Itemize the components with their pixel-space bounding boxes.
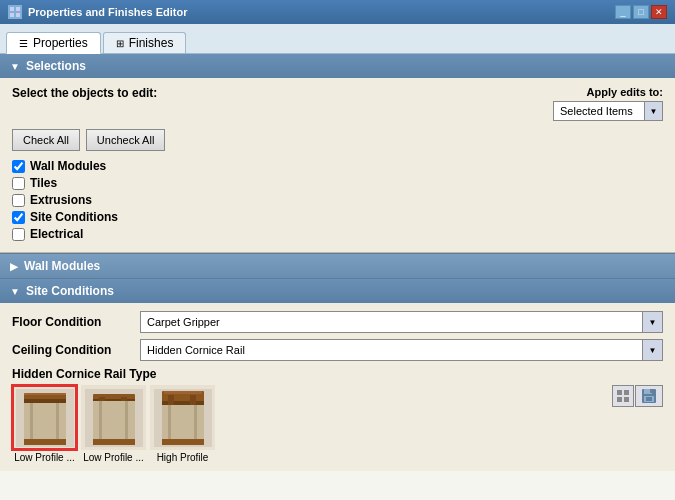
svg-rect-27 xyxy=(168,405,171,439)
svg-rect-29 xyxy=(162,439,204,445)
checkbox-electrical-label: Electrical xyxy=(30,227,83,241)
select-label-text: Select the objects to edit: xyxy=(12,86,157,100)
apply-edits-value: Selected Items xyxy=(554,105,644,117)
checkbox-electrical-input[interactable] xyxy=(12,228,25,241)
properties-tab-icon: ☰ xyxy=(19,38,28,49)
checkbox-tiles[interactable]: Tiles xyxy=(12,176,663,190)
tab-finishes-label: Finishes xyxy=(129,36,174,50)
svg-rect-6 xyxy=(24,399,66,403)
ceiling-condition-value: Hidden Cornice Rail xyxy=(141,344,642,356)
svg-rect-33 xyxy=(617,397,622,402)
tile-low-profile-1[interactable]: Low Profile ... xyxy=(12,385,77,463)
checkbox-site-conditions-input[interactable] xyxy=(12,211,25,224)
floor-condition-row: Floor Condition Carpet Gripper ▼ xyxy=(12,311,663,333)
tile-low-profile-1-label: Low Profile ... xyxy=(14,452,75,463)
checkbox-wall-modules-input[interactable] xyxy=(12,160,25,173)
apply-edits-label: Apply edits to: xyxy=(587,86,663,98)
checkbox-extrusions-label: Extrusions xyxy=(30,193,92,207)
tab-bar: ☰ Properties ⊞ Finishes xyxy=(0,24,675,54)
selections-body: Select the objects to edit: Apply edits … xyxy=(0,78,675,253)
site-conditions-body: Floor Condition Carpet Gripper ▼ Ceiling… xyxy=(0,303,675,471)
tile-low-profile-2[interactable]: Low Profile ... xyxy=(81,385,146,463)
svg-rect-8 xyxy=(30,403,33,439)
apply-edits-arrow-icon[interactable]: ▼ xyxy=(644,102,662,120)
app-icon xyxy=(8,5,22,19)
svg-rect-9 xyxy=(56,403,59,439)
tab-finishes[interactable]: ⊞ Finishes xyxy=(103,32,187,53)
svg-rect-34 xyxy=(624,397,629,402)
title-bar-left: Properties and Finishes Editor xyxy=(8,5,188,19)
close-button[interactable]: ✕ xyxy=(651,5,667,19)
svg-rect-39 xyxy=(646,397,652,401)
check-all-button[interactable]: Check All xyxy=(12,129,80,151)
check-buttons-row: Check All Uncheck All xyxy=(12,129,663,151)
tile-high-profile[interactable]: High Profile xyxy=(150,385,215,463)
cornice-type-text: Hidden Cornice Rail Type xyxy=(12,367,156,381)
tile-low-profile-2-label: Low Profile ... xyxy=(83,452,144,463)
wall-modules-arrow-icon: ▶ xyxy=(10,261,18,272)
selections-header-label: Selections xyxy=(26,59,86,73)
selections-arrow-icon: ▼ xyxy=(10,61,20,72)
main-content: ▼ Selections Select the objects to edit:… xyxy=(0,54,675,500)
svg-rect-0 xyxy=(10,7,14,11)
checkbox-site-conditions[interactable]: Site Conditions xyxy=(12,210,663,224)
floor-condition-label: Floor Condition xyxy=(12,315,132,329)
svg-rect-1 xyxy=(16,7,20,11)
svg-rect-37 xyxy=(650,389,652,393)
site-conditions-section-header[interactable]: ▼ Site Conditions xyxy=(0,279,675,303)
svg-rect-2 xyxy=(10,13,14,17)
checkbox-wall-modules[interactable]: Wall Modules xyxy=(12,159,663,173)
selections-top-row: Select the objects to edit: Apply edits … xyxy=(12,86,663,121)
minimize-button[interactable]: _ xyxy=(615,5,631,19)
svg-rect-30 xyxy=(164,391,202,394)
grid-view-button[interactable] xyxy=(612,385,634,407)
svg-rect-28 xyxy=(194,405,197,439)
selections-section-header[interactable]: ▼ Selections xyxy=(0,54,675,78)
checkbox-extrusions[interactable]: Extrusions xyxy=(12,193,663,207)
checkbox-tiles-label: Tiles xyxy=(30,176,57,190)
save-button[interactable] xyxy=(635,385,663,407)
checkbox-wall-modules-label: Wall Modules xyxy=(30,159,106,173)
title-bar: Properties and Finishes Editor _ □ ✕ xyxy=(0,0,675,24)
floor-condition-dropdown[interactable]: Carpet Gripper ▼ xyxy=(140,311,663,333)
site-conditions-header-label: Site Conditions xyxy=(26,284,114,298)
wall-modules-header-label: Wall Modules xyxy=(24,259,100,273)
select-objects-label: Select the objects to edit: xyxy=(12,86,157,100)
uncheck-all-button[interactable]: Uncheck All xyxy=(86,129,165,151)
apply-edits-section: Apply edits to: Selected Items ▼ xyxy=(553,86,663,121)
checkbox-extrusions-input[interactable] xyxy=(12,194,25,207)
svg-rect-3 xyxy=(16,13,20,17)
svg-rect-19 xyxy=(125,401,128,439)
svg-rect-32 xyxy=(624,390,629,395)
tiles-save-area xyxy=(612,385,663,407)
tab-properties[interactable]: ☰ Properties xyxy=(6,32,101,54)
svg-rect-31 xyxy=(617,390,622,395)
checkbox-tiles-input[interactable] xyxy=(12,177,25,190)
title-controls: _ □ ✕ xyxy=(615,5,667,19)
ceiling-condition-label: Ceiling Condition xyxy=(12,343,132,357)
maximize-button[interactable]: □ xyxy=(633,5,649,19)
svg-rect-11 xyxy=(24,393,66,395)
checkbox-site-conditions-label: Site Conditions xyxy=(30,210,118,224)
tab-properties-label: Properties xyxy=(33,36,88,50)
tile-img-low-profile-2[interactable] xyxy=(81,385,146,450)
finishes-tab-icon: ⊞ xyxy=(116,38,124,49)
cornice-type-label: Hidden Cornice Rail Type xyxy=(12,367,663,381)
ceiling-condition-arrow-icon[interactable]: ▼ xyxy=(642,340,662,360)
window-title: Properties and Finishes Editor xyxy=(28,6,188,18)
apply-edits-dropdown[interactable]: Selected Items ▼ xyxy=(553,101,663,121)
checkbox-electrical[interactable]: Electrical xyxy=(12,227,663,241)
floor-condition-arrow-icon[interactable]: ▼ xyxy=(642,312,662,332)
svg-rect-20 xyxy=(93,439,135,445)
tiles-area: Low Profile ... xyxy=(12,385,663,463)
tile-high-profile-label: High Profile xyxy=(157,452,209,463)
tile-img-low-profile-1[interactable] xyxy=(12,385,77,450)
floor-condition-value: Carpet Gripper xyxy=(141,316,642,328)
svg-rect-10 xyxy=(24,439,66,445)
tile-img-high-profile[interactable] xyxy=(150,385,215,450)
ceiling-condition-dropdown[interactable]: Hidden Cornice Rail ▼ xyxy=(140,339,663,361)
wall-modules-section-header[interactable]: ▶ Wall Modules xyxy=(0,253,675,279)
site-conditions-arrow-icon: ▼ xyxy=(10,286,20,297)
ceiling-condition-row: Ceiling Condition Hidden Cornice Rail ▼ xyxy=(12,339,663,361)
svg-rect-18 xyxy=(99,401,102,439)
